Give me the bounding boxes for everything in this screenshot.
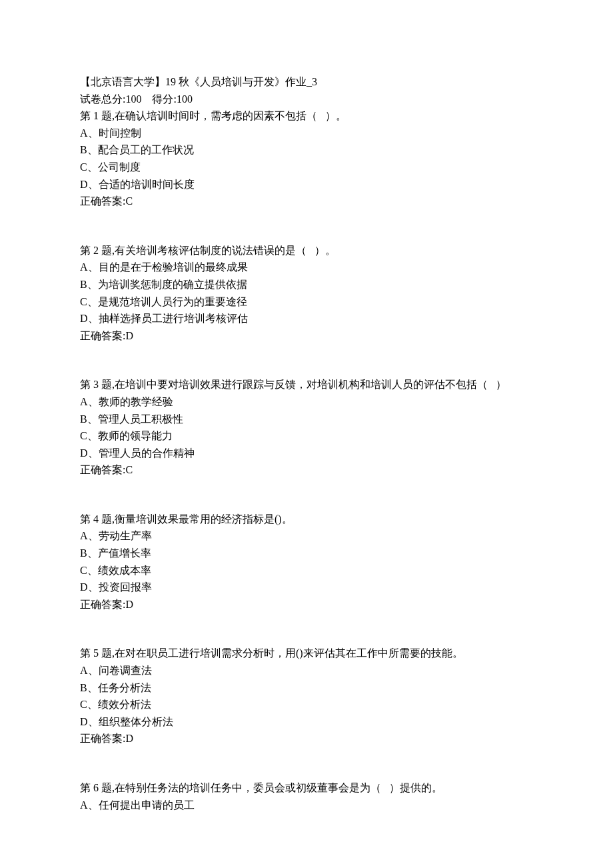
option-b: B、为培训奖惩制度的确立提供依据 bbox=[80, 276, 533, 293]
correct-answer: 正确答案:D bbox=[80, 730, 533, 747]
option-d: D、抽样选择员工进行培训考核评估 bbox=[80, 310, 533, 327]
option-d: D、投资回报率 bbox=[80, 579, 533, 596]
option-a: A、目的是在于检验培训的最终成果 bbox=[80, 259, 533, 276]
question-3: 第 3 题,在培训中要对培训效果进行跟踪与反馈，对培训机构和培训人员的评估不包括… bbox=[80, 376, 533, 479]
question-1: 第 1 题,在确认培训时间时，需考虑的因素不包括（ ）。 A、时间控制 B、配合… bbox=[80, 107, 533, 210]
score-line: 试卷总分:100 得分:100 bbox=[80, 91, 533, 108]
question-stem: 第 3 题,在培训中要对培训效果进行跟踪与反馈，对培训机构和培训人员的评估不包括… bbox=[80, 376, 533, 393]
question-stem: 第 4 题,衡量培训效果最常用的经济指标是()。 bbox=[80, 511, 533, 528]
question-5: 第 5 题,在对在职员工进行培训需求分析时，用()来评估其在工作中所需要的技能。… bbox=[80, 645, 533, 747]
option-c: C、绩效分析法 bbox=[80, 696, 533, 713]
option-b: B、配合员工的工作状况 bbox=[80, 141, 533, 159]
option-b: B、任务分析法 bbox=[80, 679, 533, 697]
exam-title: 【北京语言大学】19 秋《人员培训与开发》作业_3 bbox=[80, 73, 533, 91]
question-6: 第 6 题,在特别任务法的培训任务中，委员会或初级董事会是为（ ）提供的。 A、… bbox=[80, 779, 533, 813]
correct-answer: 正确答案:C bbox=[80, 193, 533, 210]
question-2: 第 2 题,有关培训考核评估制度的说法错误的是（ ）。 A、目的是在于检验培训的… bbox=[80, 242, 533, 345]
option-b: B、产值增长率 bbox=[80, 545, 533, 562]
option-a: A、任何提出申请的员工 bbox=[80, 797, 533, 814]
option-d: D、组织整体分析法 bbox=[80, 713, 533, 731]
document-page: 【北京语言大学】19 秋《人员培训与开发》作业_3 试卷总分:100 得分:10… bbox=[0, 0, 613, 868]
correct-answer: 正确答案:D bbox=[80, 327, 533, 345]
option-a: A、教师的教学经验 bbox=[80, 393, 533, 411]
option-c: C、绩效成本率 bbox=[80, 562, 533, 579]
option-a: A、时间控制 bbox=[80, 125, 533, 142]
option-c: C、教师的领导能力 bbox=[80, 427, 533, 445]
option-a: A、问卷调查法 bbox=[80, 662, 533, 679]
option-c: C、是规范培训人员行为的重要途径 bbox=[80, 293, 533, 311]
question-4: 第 4 题,衡量培训效果最常用的经济指标是()。 A、劳动生产率 B、产值增长率… bbox=[80, 511, 533, 613]
option-b: B、管理人员工积极性 bbox=[80, 411, 533, 428]
correct-answer: 正确答案:C bbox=[80, 461, 533, 479]
option-d: D、管理人员的合作精神 bbox=[80, 445, 533, 462]
correct-answer: 正确答案:D bbox=[80, 596, 533, 613]
option-d: D、合适的培训时间长度 bbox=[80, 176, 533, 193]
question-stem: 第 5 题,在对在职员工进行培训需求分析时，用()来评估其在工作中所需要的技能。 bbox=[80, 645, 533, 662]
option-c: C、公司制度 bbox=[80, 159, 533, 176]
question-stem: 第 2 题,有关培训考核评估制度的说法错误的是（ ）。 bbox=[80, 242, 533, 259]
option-a: A、劳动生产率 bbox=[80, 527, 533, 545]
question-stem: 第 6 题,在特别任务法的培训任务中，委员会或初级董事会是为（ ）提供的。 bbox=[80, 779, 533, 797]
question-stem: 第 1 题,在确认培训时间时，需考虑的因素不包括（ ）。 bbox=[80, 107, 533, 125]
